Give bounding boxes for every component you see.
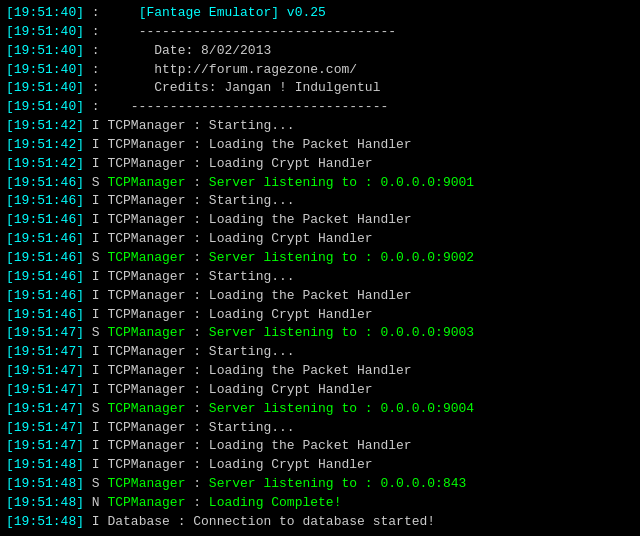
console-line: [19:51:48] I TCPManager : Loading Crypt … <box>6 456 634 475</box>
console-line: [19:51:46] I TCPManager : Starting... <box>6 192 634 211</box>
console-line: [19:51:40] : [Fantage Emulator] v0.25 <box>6 4 634 23</box>
console-line: [19:51:48] S TCPManager : Server listeni… <box>6 475 634 494</box>
console-line: [19:51:46] I TCPManager : Loading the Pa… <box>6 287 634 306</box>
console-line: [19:51:40] : Credits: Jangan ! Indulgent… <box>6 79 634 98</box>
console-line: [19:51:40] : Date: 8/02/2013 <box>6 42 634 61</box>
console-line: [19:51:40] : http://forum.ragezone.com/ <box>6 61 634 80</box>
console-line: [19:51:47] S TCPManager : Server listeni… <box>6 400 634 419</box>
console-line: [19:51:40] : ---------------------------… <box>6 98 634 117</box>
console-line: [19:51:42] I TCPManager : Loading Crypt … <box>6 155 634 174</box>
console-line: [19:51:47] I TCPManager : Loading the Pa… <box>6 437 634 456</box>
console-line: [19:51:46] S TCPManager : Server listeni… <box>6 249 634 268</box>
console-line: [19:51:47] I TCPManager : Starting... <box>6 419 634 438</box>
console-line: [19:51:46] I TCPManager : Loading Crypt … <box>6 230 634 249</box>
console-line: [19:51:46] S TCPManager : Server listeni… <box>6 174 634 193</box>
console-line: [19:51:47] I TCPManager : Loading Crypt … <box>6 381 634 400</box>
console-line: [19:51:42] I TCPManager : Loading the Pa… <box>6 136 634 155</box>
console-line: [19:51:47] I TCPManager : Starting... <box>6 343 634 362</box>
console-line: [19:51:46] I TCPManager : Starting... <box>6 268 634 287</box>
console-line: [19:51:47] S TCPManager : Server listeni… <box>6 324 634 343</box>
console-line: [19:51:48] N TCPManager : Loading Comple… <box>6 494 634 513</box>
console-line: [19:51:40] : ---------------------------… <box>6 23 634 42</box>
console-line: [19:51:47] I TCPManager : Loading the Pa… <box>6 362 634 381</box>
console-line: [19:51:46] I TCPManager : Loading Crypt … <box>6 306 634 325</box>
console-output: [19:51:40] : [Fantage Emulator] v0.25[19… <box>6 4 634 532</box>
console-line: [19:51:46] I TCPManager : Loading the Pa… <box>6 211 634 230</box>
console-line: [19:51:48] I Database : Connection to da… <box>6 513 634 532</box>
console-line: [19:51:42] I TCPManager : Starting... <box>6 117 634 136</box>
